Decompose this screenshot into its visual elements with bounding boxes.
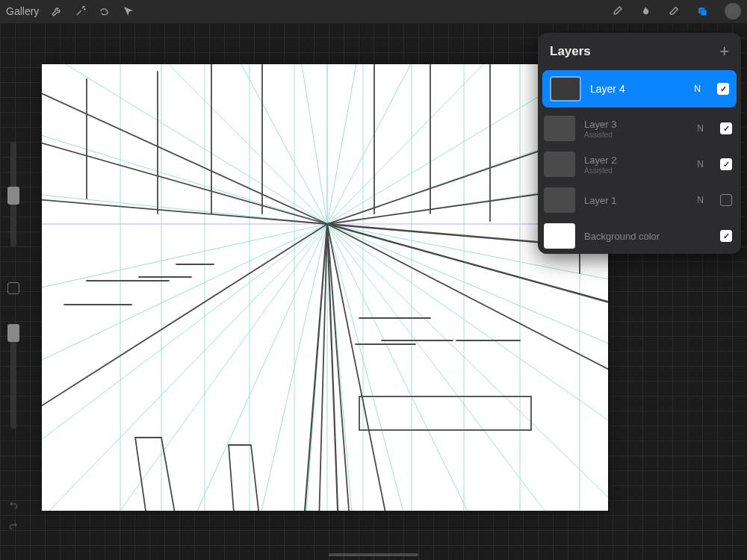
smudge-icon[interactable] — [639, 5, 651, 17]
svg-line-14 — [131, 64, 327, 224]
side-sliders — [4, 142, 22, 534]
svg-line-30 — [42, 224, 327, 467]
layer-name: Layer 3 — [584, 119, 688, 130]
layer-thumbnail[interactable] — [550, 76, 581, 102]
layer-subtitle: Assisted — [584, 131, 688, 139]
svg-line-40 — [327, 224, 490, 511]
layer-info: Layer 1 — [584, 195, 688, 206]
svg-line-32 — [42, 224, 327, 511]
modifier-button[interactable] — [7, 282, 19, 294]
add-layer-icon[interactable]: + — [719, 43, 729, 60]
layer-visibility-checkbox[interactable] — [720, 122, 732, 134]
wand-icon[interactable] — [75, 5, 87, 17]
layers-icon[interactable] — [696, 5, 708, 17]
layer-blend-mode[interactable]: N — [697, 159, 704, 169]
undo-icon[interactable] — [8, 500, 19, 513]
svg-line-19 — [327, 64, 430, 224]
layer-thumbnail[interactable] — [544, 223, 575, 249]
svg-rect-72 — [359, 396, 531, 430]
gallery-button[interactable]: Gallery — [6, 5, 39, 17]
layer-row[interactable]: Layer 2AssistedN — [538, 146, 741, 182]
layer-blend-mode[interactable]: N — [694, 84, 701, 94]
selection-icon[interactable] — [99, 5, 111, 17]
svg-line-34 — [87, 224, 327, 511]
brush-opacity-thumb[interactable] — [7, 324, 19, 342]
toolbar-right — [611, 3, 741, 19]
layer-name: Layer 2 — [584, 155, 688, 166]
redo-icon[interactable] — [8, 520, 19, 534]
layer-name: Layer 1 — [584, 195, 688, 206]
svg-line-16 — [296, 64, 327, 224]
arrow-icon[interactable] — [123, 5, 134, 17]
layer-info: Background color — [584, 231, 711, 242]
home-indicator — [329, 553, 418, 556]
layer-visibility-checkbox[interactable] — [720, 230, 732, 242]
layer-info: Layer 4 — [590, 83, 685, 95]
canvas[interactable] — [42, 64, 608, 511]
color-picker-dot[interactable] — [725, 3, 741, 19]
layers-header: Layers + — [538, 33, 741, 67]
layer-info: Layer 2Assisted — [584, 155, 688, 175]
svg-line-35 — [176, 224, 327, 511]
layer-visibility-checkbox[interactable] — [720, 158, 732, 170]
toolbar: Gallery — [0, 0, 747, 22]
svg-line-51 — [318, 224, 327, 511]
layer-info: Layer 3Assisted — [584, 119, 688, 139]
layers-panel: Layers + Layer 4NLayer 3AssistedNLayer 2… — [538, 33, 741, 254]
svg-line-43 — [42, 139, 327, 224]
svg-line-25 — [42, 191, 327, 224]
sketch-layer — [42, 64, 608, 511]
undo-redo-group — [8, 500, 19, 534]
layer-thumbnail[interactable] — [544, 116, 575, 141]
brush-opacity-slider[interactable] — [10, 324, 16, 429]
eraser-icon[interactable] — [668, 5, 680, 17]
svg-line-52 — [327, 224, 339, 511]
layer-row[interactable]: Layer 1N — [538, 182, 741, 218]
svg-rect-1 — [701, 10, 707, 16]
layer-name: Layer 4 — [590, 83, 685, 95]
layer-thumbnail[interactable] — [544, 187, 575, 213]
svg-line-18 — [327, 64, 363, 224]
layer-row[interactable]: Layer 4N — [542, 70, 737, 108]
layer-blend-mode[interactable]: N — [697, 123, 704, 134]
svg-line-31 — [327, 224, 608, 452]
brush-size-thumb[interactable] — [7, 187, 19, 205]
layer-subtitle: Assisted — [584, 167, 688, 175]
layer-thumbnail[interactable] — [544, 152, 575, 177]
svg-line-33 — [327, 224, 608, 511]
layers-list: Layer 4NLayer 3AssistedNLayer 2AssistedN… — [538, 70, 741, 254]
layer-visibility-checkbox[interactable] — [717, 83, 729, 95]
toolbar-left: Gallery — [6, 5, 134, 17]
layer-row[interactable]: Layer 3AssistedN — [538, 111, 741, 146]
layers-title: Layers — [550, 44, 591, 59]
brush-icon[interactable] — [611, 5, 623, 17]
brush-size-slider[interactable] — [10, 142, 16, 246]
layer-row[interactable]: Background color — [538, 218, 741, 254]
svg-line-38 — [327, 224, 356, 511]
wrench-icon[interactable] — [51, 5, 63, 17]
svg-line-28 — [42, 224, 327, 378]
svg-line-26 — [42, 224, 327, 296]
layer-name: Background color — [584, 231, 711, 242]
layer-blend-mode[interactable]: N — [697, 195, 704, 205]
svg-line-55 — [42, 224, 327, 415]
layer-visibility-checkbox[interactable] — [720, 194, 732, 206]
svg-line-22 — [42, 124, 327, 224]
